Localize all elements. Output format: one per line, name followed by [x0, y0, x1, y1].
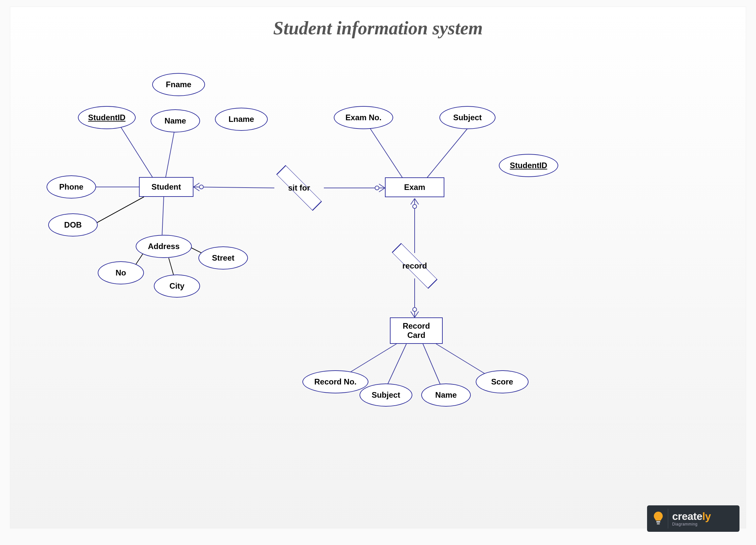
- svg-line-19: [93, 197, 144, 225]
- entity-exam: Exam: [385, 177, 444, 197]
- diagram-title: Student information system: [10, 17, 746, 39]
- svg-line-32: [423, 344, 443, 390]
- creately-logo: creately Diagramming: [647, 505, 739, 532]
- attr-phone: Phone: [47, 175, 96, 198]
- svg-rect-34: [656, 521, 660, 523]
- bulb-icon: [652, 509, 668, 528]
- attr-city: City: [154, 275, 200, 298]
- svg-line-17: [165, 126, 175, 179]
- attr-exam-studentid: StudentID: [499, 154, 558, 177]
- logo-text: creately Diagramming: [672, 511, 711, 526]
- attr-exam-subject: Subject: [439, 106, 496, 129]
- svg-line-20: [162, 197, 164, 235]
- svg-line-27: [426, 122, 472, 179]
- svg-line-24: [193, 187, 274, 188]
- attr-score: Score: [476, 370, 529, 393]
- attr-lname: Lname: [215, 108, 268, 131]
- svg-line-26: [368, 126, 403, 179]
- attr-rc-name: Name: [421, 384, 471, 407]
- attr-no: No: [98, 261, 144, 285]
- svg-line-16: [116, 119, 155, 182]
- entity-recordcard: Record Card: [390, 318, 443, 344]
- attr-fname: Fname: [152, 73, 205, 96]
- attr-name: Name: [151, 109, 200, 132]
- svg-line-31: [385, 344, 406, 390]
- attr-studentid: StudentID: [78, 106, 136, 129]
- attr-recordno: Record No.: [302, 370, 368, 393]
- attr-rc-subject: Subject: [360, 384, 412, 407]
- diagram-canvas: Student information system: [10, 7, 746, 528]
- attr-examno: Exam No.: [334, 106, 393, 129]
- svg-rect-35: [657, 523, 660, 525]
- attr-dob: DOB: [48, 213, 98, 236]
- attr-address: Address: [136, 235, 192, 258]
- attr-street: Street: [198, 246, 248, 269]
- entity-student: Student: [139, 177, 193, 197]
- relationship-record: record: [395, 254, 434, 278]
- relationship-sitfor: sit for: [279, 176, 319, 200]
